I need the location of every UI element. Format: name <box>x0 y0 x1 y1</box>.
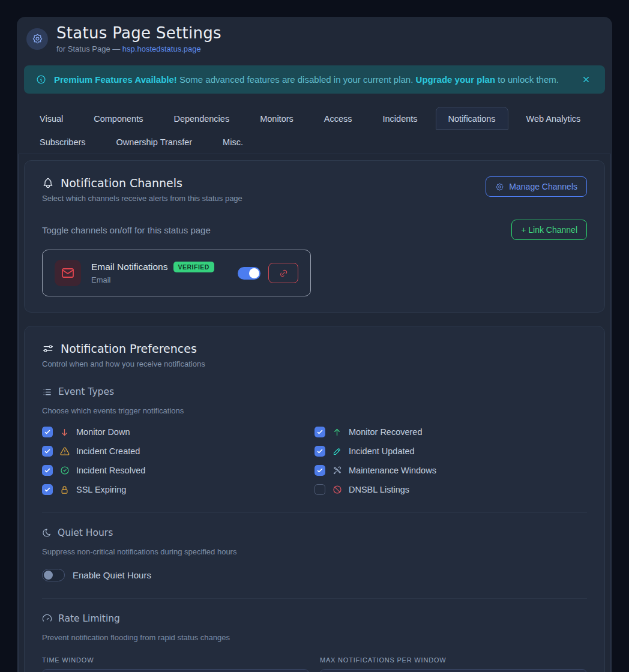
pencil-icon <box>332 447 342 456</box>
page-title: Status Page Settings <box>56 24 221 42</box>
channel-name: Email Notifications <box>91 262 168 272</box>
arrow-up-icon <box>332 428 342 437</box>
gear-icon <box>495 182 504 191</box>
banner-bold-text: Premium Features Available! <box>54 74 177 85</box>
event-types-description: Choose which events trigger notification… <box>42 406 587 415</box>
settings-badge <box>26 28 48 50</box>
close-icon <box>582 75 591 84</box>
rate-limiting-description: Prevent notification flooding from rapid… <box>42 633 587 642</box>
gauge-icon <box>42 614 52 624</box>
quiet-hours-heading: Quiet Hours <box>42 527 587 538</box>
max-notifications-field: MAX NOTIFICATIONS PER WINDOW <box>320 656 587 672</box>
tools-icon <box>332 466 342 475</box>
time-window-label: TIME WINDOW <box>42 656 309 664</box>
checkbox-unchecked[interactable] <box>314 484 325 495</box>
channels-title: Notification Channels <box>42 176 242 190</box>
event-monitor-down[interactable]: Monitor Down <box>42 426 314 438</box>
check-circle-icon <box>59 466 70 475</box>
link-icon <box>279 269 288 278</box>
moon-icon <box>42 528 52 538</box>
tab-misc[interactable]: Misc. <box>210 130 256 153</box>
tab-access[interactable]: Access <box>311 107 365 130</box>
rate-limiting-heading: Rate Limiting <box>42 613 587 624</box>
checkbox-checked[interactable] <box>42 446 53 457</box>
lock-icon <box>59 485 70 494</box>
settings-tabs: Visual Components Dependencies Monitors … <box>27 107 603 154</box>
email-channel-toggle[interactable] <box>238 267 260 280</box>
event-ssl-expiring[interactable]: SSL Expiring <box>42 484 314 496</box>
list-icon <box>42 387 52 397</box>
gear-icon <box>32 33 43 44</box>
event-incident-created[interactable]: Incident Created <box>42 445 314 457</box>
checkbox-checked[interactable] <box>314 446 325 457</box>
event-monitor-recovered[interactable]: Monitor Recovered <box>314 426 587 438</box>
link-channel-button[interactable]: + Link Channel <box>511 220 587 240</box>
envelope-icon <box>55 260 81 286</box>
event-dnsbl-listings[interactable]: DNSBL Listings <box>314 484 587 496</box>
tab-incidents[interactable]: Incidents <box>370 107 430 130</box>
tab-web-analytics[interactable]: Web Analytics <box>514 107 594 130</box>
channel-type: Email <box>91 275 214 284</box>
status-page-link[interactable]: hsp.hostedstatus.page <box>122 44 201 53</box>
time-window-field: TIME WINDOW 15 minutes <box>42 656 309 672</box>
preferences-title: Notification Preferences <box>42 342 587 355</box>
notification-channels-card: Notification Channels Select which chann… <box>24 160 605 313</box>
tab-dependencies[interactable]: Dependencies <box>161 107 242 130</box>
tab-subscribers[interactable]: Subscribers <box>27 130 98 153</box>
event-incident-updated[interactable]: Incident Updated <box>314 445 587 457</box>
sliders-icon <box>42 343 54 355</box>
tab-visual[interactable]: Visual <box>27 107 76 130</box>
checkbox-checked[interactable] <box>42 427 53 437</box>
event-incident-resolved[interactable]: Incident Resolved <box>42 464 314 476</box>
tab-monitors[interactable]: Monitors <box>247 107 306 130</box>
premium-banner: Premium Features Available! Some advance… <box>24 65 605 94</box>
quiet-hours-toggle-label: Enable Quiet Hours <box>73 570 151 580</box>
event-maintenance-windows[interactable]: Maintenance Windows <box>314 464 587 476</box>
upgrade-plan-link[interactable]: Upgrade your plan <box>416 74 496 85</box>
checkbox-checked[interactable] <box>42 484 53 495</box>
tab-notifications[interactable]: Notifications <box>436 107 508 130</box>
checkbox-checked[interactable] <box>314 427 325 437</box>
page-subtitle: for Status Page — hsp.hostedstatus.page <box>56 44 221 53</box>
notification-preferences-card: Notification Preferences Control when an… <box>24 326 605 672</box>
divider <box>42 512 587 513</box>
quiet-hours-description: Suppress non-critical notifications duri… <box>42 547 587 556</box>
arrow-down-icon <box>59 428 70 437</box>
tab-ownership-transfer[interactable]: Ownership Transfer <box>104 130 205 153</box>
verified-badge: VERIFIED <box>173 262 214 272</box>
warning-triangle-icon <box>59 446 70 456</box>
max-notifications-label: MAX NOTIFICATIONS PER WINDOW <box>320 656 587 664</box>
event-types-heading: Event Types <box>42 386 587 397</box>
tab-components[interactable]: Components <box>81 107 155 130</box>
divider <box>42 598 587 599</box>
checkbox-checked[interactable] <box>314 465 325 476</box>
settings-panel: Status Page Settings for Status Page — h… <box>17 17 612 672</box>
time-window-select[interactable]: 15 minutes <box>42 669 309 672</box>
bell-icon <box>42 177 54 189</box>
banner-close-button[interactable] <box>579 73 593 86</box>
event-types-grid: Monitor Down Monitor Recovered Incident … <box>42 426 587 496</box>
page-header: Status Page Settings for Status Page — h… <box>17 17 612 53</box>
tab-content: Notification Channels Select which chann… <box>18 154 611 672</box>
checkbox-checked[interactable] <box>42 465 53 476</box>
channels-subtitle: Select which channels receive alerts fro… <box>42 194 242 203</box>
quiet-hours-toggle[interactable] <box>42 569 65 581</box>
email-channel-card: Email Notifications VERIFIED Email <box>42 250 311 296</box>
info-icon <box>36 74 46 85</box>
preferences-subtitle: Control when and how you receive notific… <box>42 359 587 368</box>
unlink-channel-button[interactable] <box>268 263 298 283</box>
toggle-channels-hint: Toggle channels on/off for this status p… <box>42 225 211 235</box>
banner-text: Premium Features Available! Some advance… <box>54 74 559 85</box>
manage-channels-button[interactable]: Manage Channels <box>486 176 587 197</box>
ban-icon <box>332 485 342 494</box>
